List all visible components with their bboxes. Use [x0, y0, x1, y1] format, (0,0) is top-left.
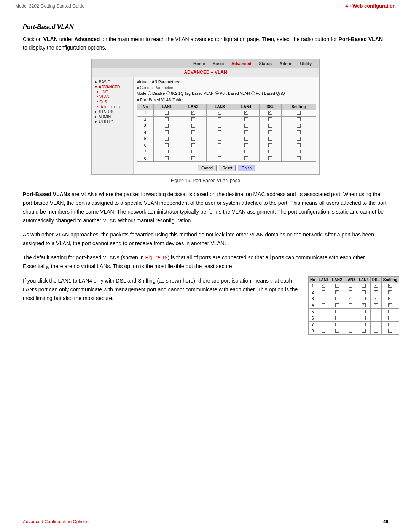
- checkbox-lan4-icon[interactable]: [244, 150, 248, 153]
- small-cell-6-sniffing[interactable]: [381, 315, 399, 321]
- fig-cell-8-lan3[interactable]: [207, 155, 233, 161]
- small-checkbox-lan1-icon[interactable]: [322, 323, 325, 326]
- small-checkbox-dsl-icon[interactable]: [374, 297, 378, 300]
- small-cell-1-lan3[interactable]: [344, 283, 357, 289]
- fig-cell-3-lan1[interactable]: [154, 123, 180, 129]
- small-checkbox-dsl-icon[interactable]: [374, 329, 378, 333]
- checkbox-dsl-icon[interactable]: [268, 130, 272, 134]
- nav-home[interactable]: Home: [190, 60, 209, 67]
- small-checkbox-sniffing-icon[interactable]: [388, 297, 392, 300]
- checkbox-lan2-icon[interactable]: [191, 137, 195, 141]
- small-checkbox-lan3-icon[interactable]: [349, 323, 352, 326]
- small-cell-7-dsl[interactable]: [370, 321, 381, 328]
- nav-advanced[interactable]: Advanced: [228, 60, 255, 67]
- small-checkbox-lan2-icon[interactable]: [335, 329, 339, 333]
- small-cell-7-lan3[interactable]: [344, 321, 357, 328]
- small-cell-4-lan1[interactable]: [317, 302, 330, 308]
- checkbox-lan1-icon[interactable]: [165, 124, 169, 128]
- checkbox-lan3-icon[interactable]: [218, 117, 221, 121]
- fig-cell-4-lan3[interactable]: [207, 129, 233, 136]
- small-cell-1-lan2[interactable]: [330, 283, 344, 289]
- checkbox-lan4-icon[interactable]: [244, 143, 248, 147]
- checkbox-dsl-icon[interactable]: [268, 111, 272, 115]
- small-checkbox-dsl-icon[interactable]: [374, 316, 378, 320]
- small-cell-6-dsl[interactable]: [370, 315, 381, 321]
- checkbox-lan1-icon[interactable]: [165, 137, 169, 141]
- radio-8021q-icon[interactable]: [166, 91, 170, 95]
- checkbox-lan3-icon[interactable]: [218, 156, 221, 160]
- small-checkbox-lan3-icon[interactable]: [349, 329, 352, 333]
- fig-cell-1-lan2[interactable]: [180, 110, 206, 116]
- small-cell-8-lan4[interactable]: [357, 328, 370, 334]
- fig-cell-6-dsl[interactable]: [260, 142, 281, 149]
- small-checkbox-sniffing-icon[interactable]: [388, 284, 392, 288]
- checkbox-dsl-icon[interactable]: [268, 143, 272, 147]
- small-checkbox-lan4-icon[interactable]: [362, 290, 366, 294]
- small-checkbox-lan4-icon[interactable]: [362, 284, 366, 288]
- small-cell-4-lan2[interactable]: [330, 302, 344, 308]
- fig-cell-7-dsl[interactable]: [260, 149, 281, 155]
- fig-cell-2-lan3[interactable]: [207, 116, 233, 123]
- checkbox-lan3-icon[interactable]: [218, 124, 221, 128]
- radio-qinq-icon[interactable]: [251, 91, 255, 95]
- fig-cell-1-lan4[interactable]: [233, 110, 259, 116]
- checkbox-dsl-icon[interactable]: [268, 117, 272, 121]
- small-cell-4-sniffing[interactable]: [381, 302, 399, 308]
- fig-cell-6-lan1[interactable]: [154, 142, 180, 149]
- small-cell-6-lan2[interactable]: [330, 315, 344, 321]
- fig-cell-2-lan2[interactable]: [180, 116, 206, 123]
- checkbox-dsl-icon[interactable]: [268, 156, 272, 160]
- small-cell-3-lan4[interactable]: [357, 296, 370, 302]
- checkbox-dsl-icon[interactable]: [268, 124, 272, 128]
- small-checkbox-lan1-icon[interactable]: [322, 297, 325, 300]
- small-cell-6-lan1[interactable]: [317, 315, 330, 321]
- fig-mode-portbased[interactable]: Port-Based VLAN: [215, 91, 250, 96]
- small-checkbox-lan2-icon[interactable]: [335, 297, 339, 300]
- small-cell-2-dsl[interactable]: [370, 289, 381, 296]
- small-cell-3-lan1[interactable]: [317, 296, 330, 302]
- fig-cell-8-lan4[interactable]: [233, 155, 259, 161]
- small-checkbox-lan2-icon[interactable]: [335, 316, 339, 320]
- small-checkbox-dsl-icon[interactable]: [374, 310, 378, 313]
- small-cell-6-lan4[interactable]: [357, 315, 370, 321]
- small-checkbox-lan4-icon[interactable]: [362, 316, 366, 320]
- small-checkbox-lan3-icon[interactable]: [349, 290, 352, 294]
- small-cell-5-lan4[interactable]: [357, 308, 370, 315]
- checkbox-dsl-icon[interactable]: [268, 150, 272, 153]
- fig-cell-7-lan4[interactable]: [233, 149, 259, 155]
- small-cell-1-sniffing[interactable]: [381, 283, 399, 289]
- small-checkbox-dsl-icon[interactable]: [374, 323, 378, 326]
- figure19-link[interactable]: Figure 19: [145, 254, 167, 260]
- fig-cell-6-sniffing[interactable]: [281, 142, 316, 149]
- fig-cell-3-sniffing[interactable]: [281, 123, 316, 129]
- fig-cell-4-sniffing[interactable]: [281, 129, 316, 136]
- checkbox-sniffing-icon[interactable]: [297, 137, 301, 141]
- small-checkbox-lan2-icon[interactable]: [335, 310, 339, 313]
- checkbox-lan4-icon[interactable]: [244, 124, 248, 128]
- small-checkbox-lan1-icon[interactable]: [322, 329, 325, 333]
- small-cell-3-lan2[interactable]: [330, 296, 344, 302]
- small-cell-5-lan3[interactable]: [344, 308, 357, 315]
- small-cell-3-lan3[interactable]: [344, 296, 357, 302]
- checkbox-sniffing-icon[interactable]: [297, 156, 301, 160]
- small-checkbox-lan1-icon[interactable]: [322, 290, 325, 294]
- small-cell-5-sniffing[interactable]: [381, 308, 399, 315]
- fig-cell-1-sniffing[interactable]: [281, 110, 316, 116]
- small-cell-1-lan4[interactable]: [357, 283, 370, 289]
- small-checkbox-lan3-icon[interactable]: [349, 316, 352, 320]
- small-cell-1-lan1[interactable]: [317, 283, 330, 289]
- checkbox-lan3-icon[interactable]: [218, 150, 221, 153]
- checkbox-lan1-icon[interactable]: [165, 143, 169, 147]
- checkbox-lan3-icon[interactable]: [218, 111, 221, 115]
- fig-cell-5-lan3[interactable]: [207, 136, 233, 142]
- checkbox-lan3-icon[interactable]: [218, 130, 221, 134]
- checkbox-lan2-icon[interactable]: [191, 130, 195, 134]
- fig-cell-6-lan4[interactable]: [233, 142, 259, 149]
- small-cell-3-sniffing[interactable]: [381, 296, 399, 302]
- reset-button[interactable]: Reset: [219, 165, 236, 171]
- fig-cell-4-dsl[interactable]: [260, 129, 281, 136]
- small-checkbox-lan4-icon[interactable]: [362, 310, 366, 313]
- nav-utility[interactable]: Utility: [296, 60, 315, 67]
- checkbox-sniffing-icon[interactable]: [297, 111, 301, 115]
- checkbox-sniffing-icon[interactable]: [297, 124, 301, 128]
